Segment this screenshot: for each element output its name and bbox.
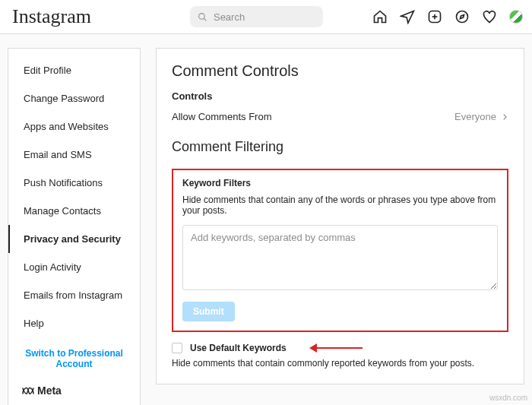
settings-content: Comment Controls Controls Allow Comments… <box>156 48 524 384</box>
search-placeholder: Search <box>214 11 245 23</box>
search-icon <box>198 12 207 22</box>
sidebar-item-change-password[interactable]: Change Password <box>8 84 140 112</box>
sidebar-item-apps-websites[interactable]: Apps and Websites <box>8 112 140 141</box>
submit-button[interactable]: Submit <box>182 302 235 321</box>
keyword-filters-description: Hide comments that contain any of the wo… <box>182 195 498 216</box>
allow-comments-row[interactable]: Allow Comments From Everyone <box>172 111 508 122</box>
svg-marker-6 <box>461 15 464 19</box>
chevron-right-icon <box>501 113 508 121</box>
keyword-filters-heading: Keyword Filters <box>182 178 498 188</box>
search-input[interactable]: Search <box>190 6 323 27</box>
annotation-arrow <box>309 343 363 353</box>
meta-label: Meta <box>37 384 62 397</box>
meta-brand: Meta <box>8 380 140 405</box>
controls-heading: Controls <box>172 90 508 102</box>
sidebar-item-emails-instagram[interactable]: Emails from Instagram <box>8 281 140 309</box>
sidebar-item-manage-contacts[interactable]: Manage Contacts <box>8 197 140 225</box>
meta-icon <box>22 387 34 395</box>
svg-point-5 <box>457 11 468 23</box>
sidebar-item-email-sms[interactable]: Email and SMS <box>8 141 140 169</box>
sidebar-item-help[interactable]: Help <box>8 309 140 337</box>
new-post-icon[interactable] <box>427 9 442 24</box>
sidebar-item-edit-profile[interactable]: Edit Profile <box>8 56 140 84</box>
use-default-keywords-row[interactable]: Use Default Keywords <box>172 343 508 353</box>
top-nav: Instagram Search <box>0 0 532 34</box>
allow-comments-value: Everyone <box>454 111 508 122</box>
filtering-heading: Comment Filtering <box>172 139 508 155</box>
keyword-filters-textarea[interactable] <box>182 225 498 290</box>
home-icon[interactable] <box>372 9 388 24</box>
top-icons <box>372 9 523 24</box>
instagram-logo[interactable]: Instagram <box>12 5 91 28</box>
keyword-filters-highlight: Keyword Filters Hide comments that conta… <box>172 169 508 332</box>
explore-icon[interactable] <box>454 9 470 24</box>
watermark: wsxdn.com <box>489 394 527 402</box>
sidebar-item-login-activity[interactable]: Login Activity <box>8 253 140 281</box>
use-default-keywords-checkbox[interactable] <box>172 343 182 353</box>
sidebar-item-push-notifications[interactable]: Push Notifications <box>8 169 140 197</box>
svg-point-0 <box>199 13 205 19</box>
use-default-keywords-label: Use Default Keywords <box>190 343 287 353</box>
switch-professional-link[interactable]: Switch to Professional Account <box>8 337 140 380</box>
allow-comments-label: Allow Comments From <box>172 111 271 122</box>
allow-comments-value-text: Everyone <box>454 111 496 122</box>
messages-icon[interactable] <box>400 9 415 24</box>
page-title: Comment Controls <box>172 62 508 80</box>
avatar[interactable] <box>509 10 523 24</box>
sidebar-item-privacy-security[interactable]: Privacy and Security <box>8 225 140 253</box>
svg-line-1 <box>204 18 206 21</box>
use-default-keywords-description: Hide comments that contain commonly repo… <box>172 358 508 369</box>
settings-sidebar: Edit Profile Change Password Apps and We… <box>8 48 141 405</box>
activity-icon[interactable] <box>482 9 497 24</box>
settings-page: Edit Profile Change Password Apps and We… <box>0 34 532 405</box>
